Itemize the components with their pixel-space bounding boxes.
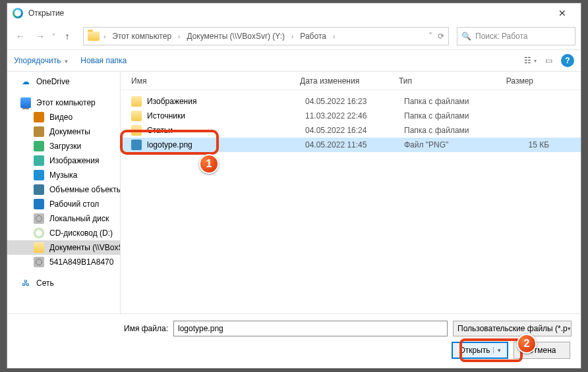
file-row[interactable]: Изображения04.05.2022 16:23Папка с файла… — [121, 94, 581, 109]
chevron-down-icon: ▼ — [63, 59, 69, 65]
sidebar-item-label: Видео — [49, 113, 73, 122]
file-row[interactable]: logotype.png04.05.2022 11:45Файл "PNG"15… — [121, 138, 581, 152]
sidebar-item-label: CD-дисковод (D:) — [49, 228, 113, 238]
refresh-icon[interactable]: ⟳ — [438, 32, 444, 41]
window-title: Открытие — [28, 9, 64, 18]
filter-label: Пользовательские файлы (*.p — [457, 324, 568, 333]
sidebar-item-label: Этот компьютер — [36, 98, 96, 107]
pc-icon — [20, 97, 31, 108]
sidebar-item[interactable]: Изображения — [7, 153, 120, 168]
back-button[interactable]: ← — [13, 28, 28, 44]
sidebar-item-label: Загрузки — [49, 142, 81, 151]
filename-input[interactable] — [173, 321, 448, 336]
sidebar-item[interactable]: Музыка — [7, 168, 120, 182]
file-icon — [131, 111, 142, 121]
file-date: 04.05.2022 11:45 — [305, 140, 404, 149]
file-type-filter[interactable]: Пользовательские файлы (*.p ▾ — [453, 321, 572, 336]
search-input[interactable]: 🔍 Поиск: Работа — [457, 27, 575, 45]
chevron-right-icon: › — [290, 33, 295, 40]
file-type: Папка с файлами — [404, 97, 496, 106]
file-open-dialog: Открытие ✕ ← → ˅ ↑ › Этот компьютер › До… — [7, 3, 581, 369]
breadcrumb-segment[interactable]: Работа — [297, 30, 329, 42]
sidebar-item-onedrive[interactable]: ☁OneDrive — [7, 74, 120, 89]
forward-button[interactable]: → — [32, 28, 48, 44]
new-folder-button[interactable]: Новая папка — [80, 56, 127, 65]
search-placeholder: Поиск: Работа — [475, 32, 528, 41]
chevron-right-icon: › — [332, 33, 336, 40]
file-type: Файл "PNG" — [404, 140, 496, 149]
sidebar-item-label: Музыка — [49, 171, 77, 180]
file-row[interactable]: Источники11.03.2022 22:46Папка с файлами — [121, 109, 581, 123]
sidebar-item[interactable]: Загрузки — [7, 139, 120, 153]
cancel-button[interactable]: Отмена — [514, 342, 570, 359]
titlebar: Открытие ✕ — [7, 3, 581, 23]
ico-img-icon — [34, 155, 44, 166]
address-dropdown-icon[interactable]: ˅ — [428, 32, 432, 41]
sidebar-item[interactable]: Объемные объекты — [7, 182, 120, 197]
file-type: Папка с файлами — [404, 126, 496, 135]
open-button[interactable]: Открыть ▾ — [452, 342, 508, 359]
help-icon[interactable]: ? — [561, 54, 574, 67]
sidebar-item[interactable]: Документы (\\VBoxSvr) — [7, 240, 120, 255]
column-header-date[interactable]: Дата изменения — [295, 76, 394, 86]
cloud-icon: ☁ — [20, 76, 31, 87]
sidebar-item[interactable]: Рабочий стол — [7, 197, 120, 211]
breadcrumb[interactable]: › Этот компьютер › Документы (\\VBoxSvr)… — [83, 27, 449, 45]
network-icon: 🖧 — [20, 278, 31, 288]
filename-label: Имя файла: — [16, 324, 168, 333]
file-pane: Имя Дата изменения Тип Размер Изображени… — [121, 72, 581, 313]
breadcrumb-segment[interactable]: Этот компьютер — [109, 30, 174, 42]
file-date: 11.03.2022 22:46 — [305, 111, 404, 120]
sidebar-item[interactable]: Видео — [7, 110, 120, 124]
dialog-footer: Имя файла: Пользовательские файлы (*.p ▾… — [7, 313, 581, 368]
sidebar-item-label: Документы — [49, 127, 90, 136]
ico-doc-icon — [34, 126, 44, 137]
chevron-right-icon: › — [177, 33, 181, 40]
sidebar-item-network[interactable]: 🖧Сеть — [7, 276, 120, 290]
organize-button[interactable]: Упорядочить▼ — [14, 56, 69, 65]
sidebar-item-label: Объемные объекты — [49, 185, 120, 194]
file-icon — [131, 125, 142, 136]
ico-3d-icon — [34, 184, 44, 195]
sidebar-item-label: 541A849B1A8470 — [49, 257, 113, 267]
folder-icon — [88, 32, 100, 41]
ico-dl-icon — [34, 141, 44, 151]
file-type: Папка с файлами — [404, 111, 496, 120]
ico-desk-icon — [34, 199, 44, 209]
sidebar-item[interactable]: Документы — [7, 124, 120, 139]
ico-cd-icon — [34, 228, 44, 238]
sidebar-item-label: Локальный диск — [49, 214, 109, 223]
column-header-name[interactable]: Имя — [126, 76, 295, 86]
sidebar-item-label: Рабочий стол — [49, 199, 99, 209]
ico-mus-icon — [34, 170, 44, 180]
file-name: logotype.png — [147, 140, 305, 149]
breadcrumb-segment[interactable]: Документы (\\VBoxSvr) (Y:) — [184, 30, 287, 42]
sidebar-item[interactable]: Локальный диск — [7, 211, 120, 226]
close-button[interactable]: ✕ — [549, 8, 575, 18]
chevron-right-icon: › — [102, 33, 107, 40]
sidebar-item-label: OneDrive — [36, 77, 70, 86]
toolbar: Упорядочить▼ Новая папка ☷ ▾ ▭ ? — [7, 49, 581, 72]
history-dropdown-icon[interactable]: ˅ — [52, 33, 55, 40]
column-header-type[interactable]: Тип — [394, 76, 486, 86]
file-row[interactable]: Статьи04.05.2022 16:24Папка с файлами — [121, 123, 581, 138]
sidebar-item-label: Сеть — [36, 279, 54, 288]
preview-pane-button[interactable]: ▭ — [543, 55, 554, 66]
ico-fold-icon — [34, 242, 44, 253]
file-size: 15 КБ — [496, 140, 549, 149]
address-bar: ← → ˅ ↑ › Этот компьютер › Документы (\\… — [7, 23, 581, 49]
file-list[interactable]: Изображения04.05.2022 16:23Папка с файла… — [121, 90, 581, 313]
chevron-down-icon: ▾ — [534, 58, 537, 64]
sidebar-item[interactable]: CD-дисковод (D:) — [7, 226, 120, 240]
sidebar-item[interactable]: 541A849B1A8470 — [7, 255, 120, 269]
sidebar-item-thispc[interactable]: Этот компьютер — [7, 95, 120, 110]
view-options-button[interactable]: ☷ ▾ — [524, 55, 536, 66]
file-date: 04.05.2022 16:23 — [305, 97, 404, 106]
chevron-down-icon: ▾ — [568, 325, 571, 332]
file-icon — [131, 140, 142, 150]
column-header-size[interactable]: Размер — [486, 76, 539, 86]
up-button[interactable]: ↑ — [59, 28, 75, 44]
file-icon — [131, 96, 142, 107]
sidebar-item-label: Документы (\\VBoxSvr) — [49, 243, 120, 252]
edge-icon — [13, 8, 23, 18]
